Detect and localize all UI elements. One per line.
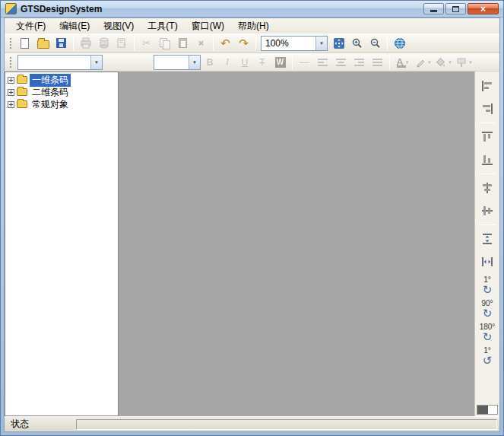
titlebar[interactable]: GTSDesignSystem × bbox=[1, 1, 503, 18]
tree-item-label[interactable]: 一维条码 bbox=[30, 74, 71, 87]
toolbar-grip[interactable] bbox=[9, 56, 12, 68]
align-right-button[interactable] bbox=[350, 54, 368, 71]
strikethrough-icon: T bbox=[259, 57, 265, 68]
toolbar-scrollbar[interactable] bbox=[477, 405, 498, 415]
align-bottom-edges-button[interactable] bbox=[477, 150, 497, 170]
rotate-90-button[interactable]: ↻ bbox=[483, 307, 493, 319]
font-color-button[interactable]: A ▼ bbox=[393, 54, 413, 71]
align-left-edges-icon bbox=[481, 80, 493, 92]
menu-tools[interactable]: 工具(T) bbox=[141, 18, 184, 34]
expand-icon[interactable] bbox=[8, 89, 14, 96]
content-area: 一维条码 二维条码 常规对象 bbox=[5, 72, 499, 416]
align-center-icon bbox=[336, 58, 347, 67]
globe-icon bbox=[394, 37, 406, 49]
chevron-down-icon[interactable]: ▼ bbox=[189, 56, 200, 69]
align-toolbar: 1° ↻ 90° ↻ 180° ↻ 1° ↺ bbox=[474, 72, 499, 416]
zoom-fit-button[interactable] bbox=[330, 35, 347, 52]
word-wrap-button[interactable]: W bbox=[271, 54, 289, 71]
align-top-edges-button[interactable] bbox=[477, 127, 497, 147]
menu-edit[interactable]: 编辑(E) bbox=[52, 18, 97, 34]
zoom-out-button[interactable] bbox=[366, 35, 384, 52]
font-size-combobox[interactable]: ▼ bbox=[154, 55, 201, 70]
underline-button[interactable]: U bbox=[236, 55, 253, 70]
save-button[interactable] bbox=[52, 35, 70, 52]
minimize-icon bbox=[430, 10, 437, 12]
pencil-icon bbox=[415, 57, 426, 68]
word-icon: W bbox=[275, 57, 286, 68]
menu-view[interactable]: 视图(V) bbox=[97, 18, 141, 34]
rotate-1-button[interactable]: ↻ bbox=[483, 284, 493, 295]
export-button[interactable] bbox=[113, 35, 131, 52]
menu-help[interactable]: 帮助(H) bbox=[231, 18, 276, 34]
cut-button[interactable]: ✂ bbox=[138, 35, 155, 52]
undo-icon: ↶ bbox=[220, 37, 230, 49]
tree-item-1d-barcode[interactable]: 一维条码 bbox=[5, 74, 118, 86]
toolbar-grip[interactable] bbox=[9, 37, 12, 49]
align-left-edges-button[interactable] bbox=[477, 76, 497, 96]
tree-item-2d-barcode[interactable]: 二维条码 bbox=[5, 86, 118, 98]
tree-item-label[interactable]: 常规对象 bbox=[30, 98, 71, 111]
client-area: 文件(F) 编辑(E) 视图(V) 工具(T) 窗口(W) 帮助(H) bbox=[4, 18, 500, 432]
zoom-value: 100% bbox=[265, 38, 289, 49]
folder-icon bbox=[17, 76, 27, 84]
web-button[interactable] bbox=[391, 35, 408, 52]
paste-button[interactable] bbox=[174, 35, 192, 52]
line-icon: — bbox=[300, 57, 309, 67]
italic-button[interactable]: I bbox=[219, 55, 236, 70]
minimize-button[interactable] bbox=[423, 3, 444, 14]
equal-width-button[interactable] bbox=[477, 252, 497, 272]
folder-icon bbox=[17, 88, 27, 96]
chevron-down-icon[interactable]: ▼ bbox=[315, 37, 327, 50]
strikethrough-button[interactable]: T bbox=[254, 55, 271, 70]
menu-file[interactable]: 文件(F) bbox=[9, 18, 52, 34]
brush-icon bbox=[456, 57, 467, 68]
rotate-ccw-icon: ↺ bbox=[483, 354, 493, 367]
tree-item-general-objects[interactable]: 常规对象 bbox=[5, 98, 118, 110]
status-text: 状态 bbox=[7, 418, 74, 431]
cut-icon: ✂ bbox=[142, 38, 151, 48]
align-center-button[interactable] bbox=[332, 54, 350, 71]
bold-icon: B bbox=[207, 57, 214, 68]
maximize-button[interactable] bbox=[445, 3, 466, 14]
equal-height-button[interactable] bbox=[477, 229, 497, 249]
line-button[interactable]: — bbox=[296, 54, 313, 71]
expand-icon[interactable] bbox=[8, 77, 14, 84]
fill-color-button[interactable]: ▼ bbox=[434, 54, 454, 71]
expand-icon[interactable] bbox=[8, 101, 14, 108]
rotate-180-button[interactable]: ↻ bbox=[483, 331, 493, 342]
close-button[interactable]: × bbox=[468, 3, 499, 14]
center-vertical-button[interactable] bbox=[477, 201, 497, 221]
zoom-in-button[interactable] bbox=[348, 35, 366, 52]
app-icon bbox=[5, 3, 17, 14]
scrollbar-thumb[interactable] bbox=[477, 406, 488, 414]
window-title: GTSDesignSystem bbox=[21, 4, 102, 14]
redo-button[interactable]: ↷ bbox=[235, 35, 252, 52]
new-button[interactable] bbox=[16, 35, 33, 52]
font-family-combobox[interactable]: ▼ bbox=[17, 55, 103, 70]
align-justify-icon bbox=[372, 58, 383, 67]
open-button[interactable] bbox=[34, 35, 52, 52]
menu-window[interactable]: 窗口(W) bbox=[185, 18, 231, 34]
center-horizontal-button[interactable] bbox=[477, 178, 497, 198]
align-justify-button[interactable] bbox=[369, 54, 386, 71]
design-canvas[interactable] bbox=[119, 72, 474, 416]
more-colors-button[interactable]: ▼ bbox=[455, 54, 474, 71]
toolbar-separator bbox=[255, 37, 256, 50]
rotate-ccw-1-button[interactable]: ↺ bbox=[483, 355, 493, 366]
bold-button[interactable]: B bbox=[201, 55, 218, 70]
chevron-down-icon[interactable]: ▼ bbox=[90, 56, 102, 69]
undo-button[interactable]: ↶ bbox=[217, 35, 234, 52]
save-icon bbox=[56, 38, 66, 48]
tree-item-label[interactable]: 二维条码 bbox=[30, 86, 71, 99]
zoom-combobox[interactable]: 100% ▼ bbox=[261, 36, 328, 51]
print-button[interactable] bbox=[77, 35, 94, 52]
zoom-out-icon bbox=[369, 37, 382, 49]
toolbar-separator bbox=[389, 56, 390, 69]
align-right-edges-button[interactable] bbox=[477, 99, 497, 119]
copy-button[interactable] bbox=[156, 35, 173, 52]
database-button[interactable] bbox=[95, 35, 113, 52]
align-left-button[interactable] bbox=[314, 54, 331, 71]
line-color-button[interactable]: ▼ bbox=[414, 54, 433, 71]
delete-button[interactable]: × bbox=[192, 35, 210, 52]
toolbar-separator bbox=[479, 123, 496, 123]
